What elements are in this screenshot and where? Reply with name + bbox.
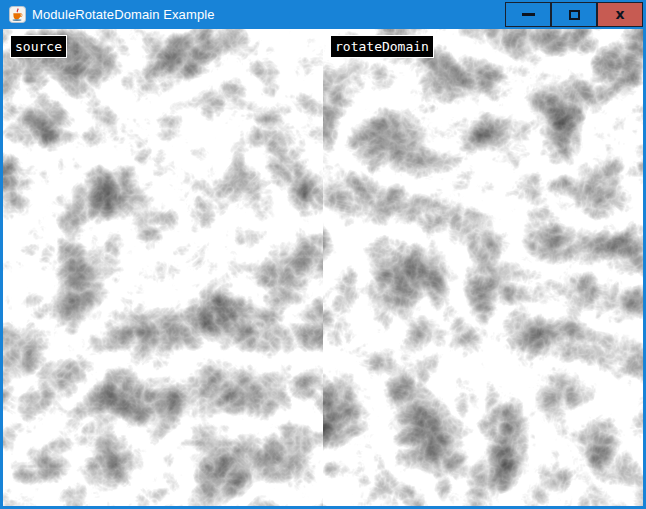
maximize-icon (569, 10, 580, 20)
close-icon: x (615, 7, 624, 21)
panel-rotate-domain: rotateDomain (323, 29, 643, 506)
minimize-icon (522, 13, 535, 16)
java-coffee-cup-icon (9, 6, 26, 23)
source-noise-image (3, 29, 323, 506)
rotate-domain-noise-image (323, 29, 643, 506)
app-window: ModuleRotateDomain Example x source rota… (0, 0, 646, 509)
minimize-button[interactable] (505, 2, 551, 27)
rotate-domain-label: rotateDomain (330, 35, 434, 58)
panel-source: source (3, 29, 323, 506)
title-bar[interactable]: ModuleRotateDomain Example x (0, 0, 646, 29)
source-label: source (10, 35, 67, 58)
window-title: ModuleRotateDomain Example (32, 7, 215, 22)
window-controls: x (505, 2, 643, 27)
close-button[interactable]: x (597, 2, 643, 27)
content-area: source rotateDomain (3, 29, 643, 506)
maximize-button[interactable] (551, 2, 597, 27)
